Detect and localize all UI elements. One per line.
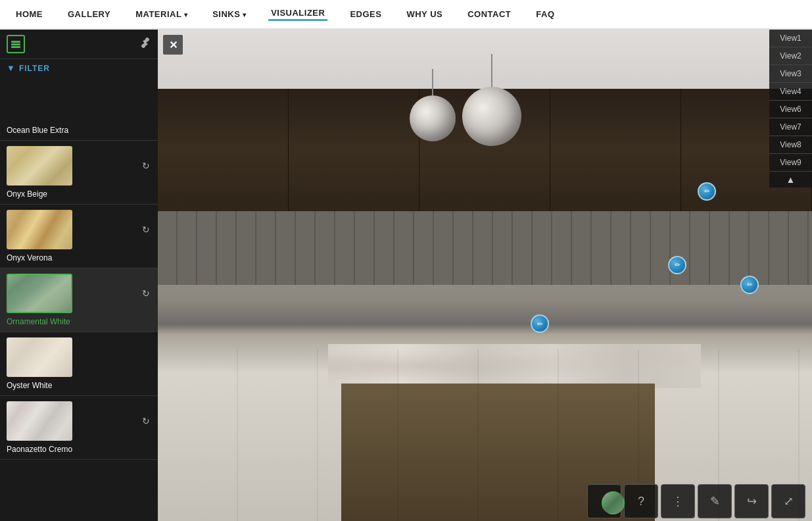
- material-item[interactable]: ↻Ornamental White: [0, 268, 158, 332]
- nav-item-sinks[interactable]: SINKS: [210, 9, 249, 19]
- refresh-button[interactable]: ↻: [141, 223, 151, 236]
- material-item-top: ↻: [7, 210, 151, 249]
- material-thumbnail: [7, 82, 72, 122]
- pendant-globe-left: [410, 95, 456, 141]
- material-thumbnail: [7, 146, 72, 186]
- hotspot-4[interactable]: [531, 314, 549, 333]
- pendant-globe-right: [462, 87, 521, 146]
- material-item[interactable]: ↻Onyx Verona: [0, 205, 158, 268]
- nav-item-why-us[interactable]: WHY US: [404, 9, 445, 19]
- view-button-view9[interactable]: View9: [769, 154, 812, 172]
- help-btn[interactable]: ?: [624, 484, 658, 518]
- view-button-view4[interactable]: View4: [769, 83, 812, 101]
- pendant-light-right: [459, 54, 525, 146]
- edit-btn[interactable]: ✎: [698, 484, 732, 518]
- refresh-button[interactable]: ↻: [141, 414, 151, 428]
- filter-row[interactable]: ▼ FILTER: [0, 59, 158, 77]
- material-name-label: Oyster White: [7, 381, 151, 390]
- view-button-view8[interactable]: View8: [769, 136, 812, 154]
- nav-item-contact[interactable]: CONTACT: [465, 9, 513, 19]
- stone-texture: [7, 210, 72, 249]
- layers-icon[interactable]: [7, 35, 25, 53]
- main-nav: HOMEGALLERYMATERIALSINKSVISUALIZEREDGESW…: [0, 0, 812, 30]
- material-name-label: Onyx Verona: [7, 253, 151, 262]
- refresh-button[interactable]: ↻: [141, 159, 151, 172]
- close-button[interactable]: ✕: [163, 35, 183, 55]
- sidebar: ▼ FILTER Ocean Blue Extra↻Onyx Beige↻Ony…: [0, 30, 158, 521]
- stone-texture: [7, 274, 72, 313]
- material-name-label: Ocean Blue Extra: [7, 126, 151, 135]
- material-thumbnail: [7, 337, 72, 377]
- stone-texture: [7, 337, 72, 377]
- material-preview-thumb: [602, 491, 625, 514]
- material-name-label: Ornamental White: [7, 317, 151, 326]
- view-scroll-up[interactable]: ▲: [769, 172, 812, 187]
- material-name-label: Paonazetto Cremo: [7, 445, 151, 454]
- material-thumbnail: [7, 274, 72, 313]
- link-icon[interactable]: [139, 37, 151, 51]
- thumb-img: [602, 491, 625, 514]
- nav-item-visualizer[interactable]: VISUALIZER: [268, 8, 327, 21]
- filter-icon: ▼: [7, 63, 15, 73]
- material-list: Ocean Blue Extra↻Onyx Beige↻Onyx Verona↻…: [0, 77, 158, 521]
- main-content: ▼ FILTER Ocean Blue Extra↻Onyx Beige↻Ony…: [0, 30, 812, 521]
- cabinet-section-1: [158, 89, 289, 212]
- nav-item-edges[interactable]: EDGES: [347, 9, 384, 19]
- material-item[interactable]: Oyster White: [0, 332, 158, 396]
- material-item-top: ↻: [7, 146, 151, 186]
- material-item-top: ↻: [7, 274, 151, 313]
- svg-rect-2: [11, 46, 20, 48]
- material-item-top: [7, 82, 151, 122]
- bottom-toolbar: ›?⋮✎↪⤢: [316, 482, 812, 521]
- filter-label: FILTER: [19, 64, 50, 73]
- nav-item-home[interactable]: HOME: [13, 9, 45, 19]
- view-button-view7[interactable]: View7: [769, 118, 812, 136]
- view-button-view1[interactable]: View1: [769, 30, 812, 47]
- view-button-view3[interactable]: View3: [769, 65, 812, 83]
- pendant-cord-left: [432, 69, 433, 95]
- cabinet-section-2: [289, 89, 419, 212]
- svg-rect-1: [11, 43, 20, 45]
- sidebar-header: [0, 30, 158, 59]
- material-item[interactable]: ↻Onyx Beige: [0, 141, 158, 205]
- share-btn[interactable]: ↪: [734, 484, 769, 518]
- stone-texture: [7, 82, 72, 122]
- material-item-top: [7, 337, 151, 377]
- material-thumbnail: [7, 210, 72, 249]
- nav-item-gallery[interactable]: GALLERY: [65, 9, 113, 19]
- hotspot-3[interactable]: [740, 276, 759, 294]
- kitchen-scene: [158, 30, 812, 521]
- material-item[interactable]: Ocean Blue Extra: [0, 77, 158, 141]
- pendant-cord-right: [491, 54, 492, 87]
- refresh-button[interactable]: ↻: [141, 287, 151, 300]
- nav-item-faq[interactable]: FAQ: [533, 9, 557, 19]
- fullscreen-btn[interactable]: ⤢: [771, 484, 805, 518]
- visualizer-area: View1View2View3View4View6View7View8View9…: [158, 30, 812, 521]
- backsplash: [158, 211, 812, 285]
- pendant-light-left: [406, 69, 459, 148]
- nav-item-material[interactable]: MATERIAL: [133, 9, 190, 19]
- material-item-top: ↻: [7, 401, 151, 441]
- material-name-label: Onyx Beige: [7, 189, 151, 199]
- material-thumbnail: [7, 401, 72, 441]
- view-button-view6[interactable]: View6: [769, 101, 812, 118]
- stone-texture: [7, 401, 72, 441]
- more-btn[interactable]: ⋮: [661, 484, 695, 518]
- cabinet-section-4: [550, 89, 681, 212]
- stone-texture: [7, 146, 72, 186]
- hotspot-1[interactable]: [698, 182, 716, 201]
- view-buttons-panel: View1View2View3View4View6View7View8View9…: [769, 30, 812, 187]
- material-item[interactable]: ↻Paonazetto Cremo: [0, 396, 158, 460]
- view-button-view2[interactable]: View2: [769, 47, 812, 65]
- hotspot-2[interactable]: [668, 256, 686, 274]
- sidebar-icons-left: [7, 35, 25, 53]
- svg-rect-0: [11, 41, 20, 43]
